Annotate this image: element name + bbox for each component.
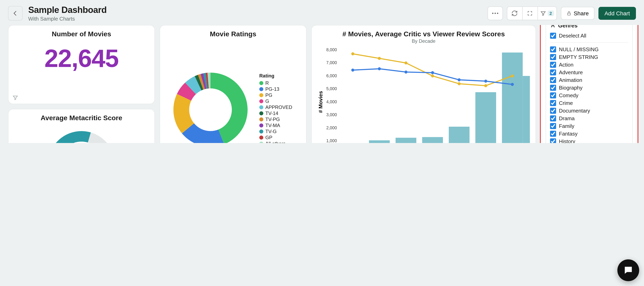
svg-point-30	[351, 68, 354, 72]
lock-icon	[566, 10, 571, 16]
svg-point-35	[484, 80, 487, 83]
filter-checkbox-row[interactable]: NULL / MISSING	[550, 46, 628, 53]
svg-text:# Movies: # Movies	[318, 91, 324, 113]
checkbox-label: History	[559, 138, 575, 143]
checkbox-input[interactable]	[550, 131, 556, 137]
legend-item: APPROVED	[259, 104, 292, 110]
checkbox-label: Action	[559, 62, 574, 68]
checkbox-input[interactable]	[550, 100, 556, 106]
checkbox-input[interactable]	[550, 77, 556, 83]
legend-item: G	[259, 98, 292, 104]
checkbox-label: Drama	[559, 115, 575, 122]
deselect-all-checkbox[interactable]: Deselect All	[550, 32, 628, 40]
refresh-button[interactable]	[507, 6, 522, 20]
svg-text:7,000: 7,000	[326, 60, 337, 65]
combo-chart: 01,0002,0003,0004,0005,0006,0007,0008,00…	[317, 46, 530, 143]
checkbox-label: Comedy	[559, 92, 578, 98]
legend-label: TV-14	[265, 110, 278, 116]
card-title: Number of Movies	[8, 26, 154, 40]
legend-item: GP	[259, 134, 292, 140]
refresh-icon	[511, 10, 518, 16]
checkbox-input[interactable]	[550, 46, 556, 52]
filter-checkbox-row[interactable]: Comedy	[550, 92, 628, 99]
filter-checkbox-row[interactable]: Action	[550, 61, 628, 68]
checkbox-input[interactable]	[550, 92, 556, 98]
checkbox-input[interactable]	[550, 123, 556, 129]
page-title: Sample Dashboard	[28, 5, 107, 15]
svg-point-2	[497, 13, 498, 14]
legend-item: PG-13	[259, 86, 292, 92]
legend-label: All others	[265, 140, 286, 143]
svg-point-31	[378, 67, 381, 70]
svg-point-29	[511, 74, 514, 78]
add-chart-button[interactable]: Add Chart	[598, 7, 636, 20]
more-button[interactable]	[487, 6, 503, 20]
filter-checkbox-row[interactable]: Animation	[550, 76, 628, 84]
checkbox-input[interactable]	[550, 70, 556, 76]
donut-chart	[164, 63, 257, 143]
legend-item: TV-G	[259, 128, 292, 134]
filter-checkbox-row[interactable]: Adventure	[550, 68, 628, 76]
filter-checkbox-row[interactable]: Crime	[550, 99, 628, 107]
legend-swatch	[259, 81, 263, 85]
legend-label: TV-G	[265, 128, 277, 134]
legend-item: PG	[259, 92, 292, 98]
svg-point-36	[511, 83, 514, 86]
filter-checkbox-row[interactable]: Biography	[550, 84, 628, 92]
arrow-left-icon	[12, 10, 18, 16]
filter-checkbox-row[interactable]: Family	[550, 122, 628, 130]
svg-point-27	[458, 82, 461, 85]
legend-item: TV-MA	[259, 122, 292, 128]
card-number-of-movies: Number of Movies 22,645	[8, 25, 155, 104]
share-button[interactable]: Share	[561, 7, 594, 20]
filter-group-genres: Genres Deselect All NULL / MISSINGEMPTY …	[546, 25, 633, 143]
checkbox-input[interactable]	[550, 33, 556, 39]
svg-text:2,000: 2,000	[326, 126, 337, 130]
legend-item: R	[259, 80, 292, 86]
card-title: Average Metacritic Score	[8, 109, 154, 124]
gauge-chart	[41, 126, 122, 143]
svg-text:8,000: 8,000	[326, 48, 337, 52]
svg-text:4,000: 4,000	[326, 100, 337, 104]
legend-label: APPROVED	[265, 104, 292, 110]
filter-checkbox-row[interactable]: Fantasy	[550, 130, 628, 138]
svg-rect-20	[476, 92, 496, 143]
back-button[interactable]	[8, 6, 22, 20]
legend-item: All others	[259, 140, 292, 143]
svg-point-1	[494, 13, 496, 14]
text-type-icon	[550, 25, 556, 28]
filter-checkbox-row[interactable]: History	[550, 138, 628, 143]
legend-label: GP	[265, 134, 272, 140]
page-subtitle: With Sample Charts	[28, 16, 107, 22]
checkbox-input[interactable]	[550, 108, 556, 114]
svg-point-34	[458, 78, 461, 81]
filters-button[interactable]: 2	[537, 6, 557, 20]
checkbox-label: Documentary	[559, 108, 590, 114]
checkbox-label: Adventure	[559, 70, 583, 76]
svg-rect-3	[568, 13, 570, 15]
checkbox-input[interactable]	[550, 54, 556, 60]
filter-checkbox-row[interactable]: Documentary	[550, 107, 628, 114]
legend-title: Rating	[259, 73, 292, 78]
kpi-value: 22,645	[8, 40, 154, 72]
legend-swatch	[259, 111, 263, 115]
card-title: # Movies, Average Critic vs Viewer Revie…	[312, 26, 536, 38]
svg-point-26	[431, 74, 434, 78]
filter-checkbox-row[interactable]: Drama	[550, 114, 628, 122]
filter-count-badge: 2	[548, 10, 554, 16]
checkbox-input[interactable]	[550, 115, 556, 122]
legend-swatch	[259, 123, 263, 127]
svg-rect-22	[522, 76, 530, 143]
expand-icon	[527, 10, 533, 16]
checkbox-input[interactable]	[550, 62, 556, 68]
fullscreen-button[interactable]	[522, 6, 537, 20]
svg-point-25	[404, 61, 408, 64]
card-filter-button[interactable]	[12, 95, 18, 100]
svg-point-32	[404, 70, 408, 74]
checkbox-input[interactable]	[550, 85, 556, 91]
card-title: Movie Ratings	[160, 26, 306, 40]
filter-checkbox-row[interactable]: EMPTY STRING	[550, 53, 628, 61]
checkbox-input[interactable]	[550, 138, 556, 143]
svg-point-28	[484, 84, 487, 87]
card-movies-by-decade: # Movies, Average Critic vs Viewer Revie…	[311, 25, 536, 143]
